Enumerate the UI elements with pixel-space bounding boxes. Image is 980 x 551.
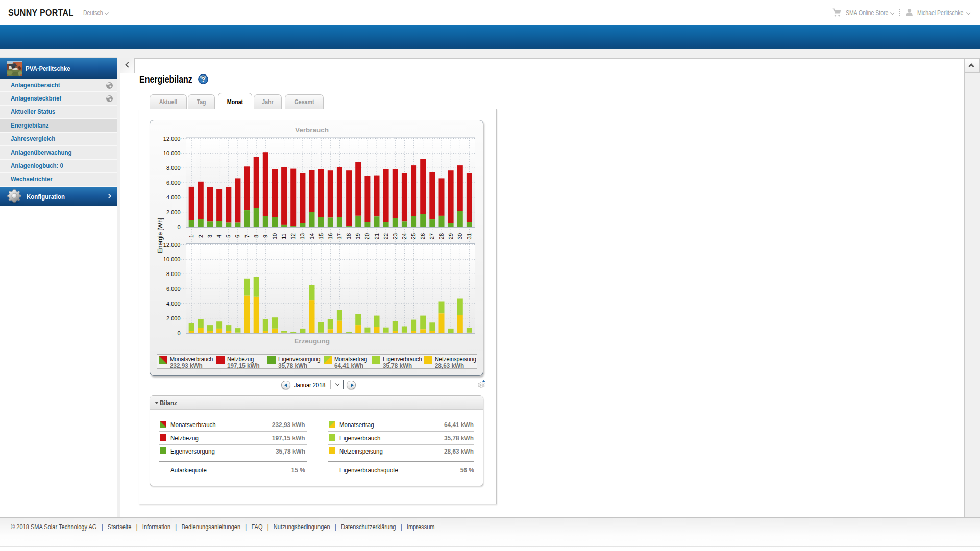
svg-text:25: 25 [410, 233, 416, 239]
svg-text:11: 11 [281, 233, 287, 239]
svg-text:6.000: 6.000 [166, 286, 180, 292]
svg-text:6: 6 [234, 235, 240, 238]
svg-text:26: 26 [420, 233, 426, 239]
svg-text:Erzeugung: Erzeugung [294, 337, 330, 345]
svg-text:31: 31 [465, 233, 472, 239]
svg-text:10.000: 10.000 [163, 150, 180, 156]
svg-text:14: 14 [308, 233, 314, 239]
svg-text:10: 10 [272, 233, 278, 239]
svg-text:?: ? [201, 76, 205, 83]
svg-text:8.000: 8.000 [166, 271, 180, 277]
svg-text:24: 24 [401, 233, 407, 239]
svg-text:10.000: 10.000 [163, 256, 180, 262]
svg-text:0: 0 [177, 224, 180, 230]
svg-text:2: 2 [197, 235, 203, 238]
svg-text:19: 19 [355, 233, 361, 239]
svg-text:4.000: 4.000 [166, 194, 180, 201]
svg-text:29: 29 [447, 233, 453, 239]
svg-text:7: 7 [243, 235, 250, 238]
svg-text:12: 12 [290, 233, 296, 239]
svg-text:12.000: 12.000 [163, 136, 180, 142]
svg-text:8.000: 8.000 [166, 165, 180, 171]
svg-text:13: 13 [299, 233, 305, 239]
svg-text:28: 28 [438, 233, 444, 239]
svg-text:16: 16 [327, 233, 333, 239]
svg-text:17: 17 [336, 233, 342, 239]
svg-text:4.000: 4.000 [166, 300, 180, 307]
svg-text:1: 1 [188, 235, 194, 238]
svg-text:27: 27 [429, 233, 435, 239]
svg-text:23: 23 [391, 233, 398, 239]
svg-text:3: 3 [207, 235, 213, 238]
svg-text:12.000: 12.000 [163, 242, 180, 248]
svg-text:2.000: 2.000 [166, 315, 180, 321]
svg-text:15: 15 [317, 233, 324, 239]
svg-text:9: 9 [262, 235, 268, 238]
svg-text:30: 30 [456, 233, 462, 239]
svg-text:4: 4 [216, 235, 222, 238]
svg-text:8: 8 [253, 235, 259, 238]
svg-text:18: 18 [346, 233, 352, 239]
svg-text:22: 22 [382, 233, 388, 239]
svg-text:2.000: 2.000 [166, 209, 180, 215]
svg-text:Verbrauch: Verbrauch [295, 126, 328, 134]
svg-text:5: 5 [225, 235, 231, 238]
svg-text:0: 0 [177, 330, 180, 336]
svg-text:20: 20 [364, 233, 370, 239]
svg-text:6.000: 6.000 [166, 180, 180, 186]
svg-text:21: 21 [373, 233, 379, 239]
svg-text:Energie [Wh]: Energie [Wh] [156, 218, 163, 253]
